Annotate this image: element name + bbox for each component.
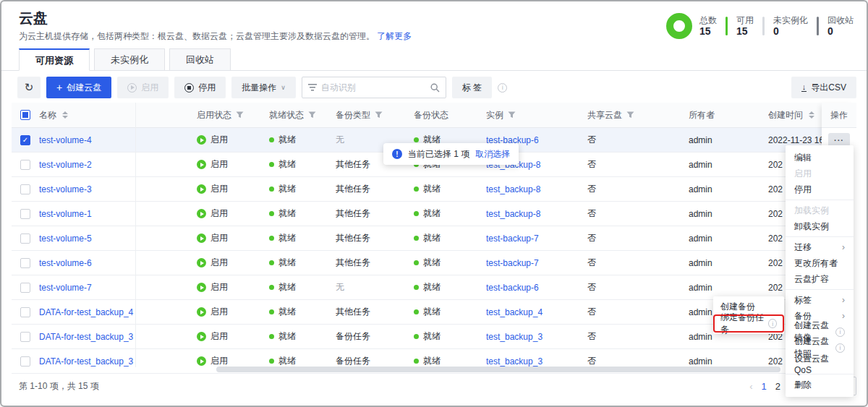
row-checkbox[interactable]	[20, 209, 30, 219]
horizontal-scrollbar[interactable]	[216, 367, 780, 372]
search-icon[interactable]	[430, 83, 440, 93]
page-2-button[interactable]: 2	[775, 381, 780, 392]
create-disk-button[interactable]: + 创建云盘	[46, 77, 111, 98]
info-icon: i	[768, 319, 777, 328]
instance-link[interactable]: test-backup-7	[486, 258, 539, 268]
instance-link[interactable]: test_backup_3	[486, 356, 542, 367]
disable-button[interactable]: 停用	[174, 77, 226, 98]
enable-status-text: 启用	[210, 257, 228, 269]
menu-item-delete[interactable]: 删除	[786, 377, 854, 393]
stat-uninstantiated: 未实例化 0	[773, 15, 808, 37]
stat-recycle-value: 0	[827, 26, 854, 37]
col-header-name[interactable]: 名称	[39, 109, 197, 121]
stat-divider-available	[726, 17, 728, 35]
batch-actions-button[interactable]: 批量操作 ∨	[231, 77, 296, 98]
menu-item-resize-disk[interactable]: 云盘扩容	[786, 271, 854, 287]
disk-name-link[interactable]: DATA-for-test_backup_3	[39, 332, 133, 342]
enable-status-text: 启用	[210, 281, 228, 294]
refresh-button[interactable]: ↻	[17, 77, 41, 98]
menu-item-tag[interactable]: 标签›	[786, 292, 854, 308]
menu-item-detach-instance[interactable]: 卸载实例	[786, 218, 854, 234]
instance-link[interactable]: test_backup-8	[486, 184, 540, 194]
shared-disk-text: 否	[587, 232, 596, 244]
disk-name-link[interactable]: test-volume-4	[39, 135, 92, 145]
col-header-ready-status[interactable]: 就绪状态	[269, 109, 336, 121]
instance-link[interactable]: test-backup-6	[486, 283, 539, 293]
learn-more-link[interactable]: 了解更多	[377, 31, 412, 41]
row-checkbox[interactable]	[20, 332, 30, 342]
filter-icon[interactable]	[508, 111, 516, 119]
instance-link[interactable]: test_backup_4	[486, 307, 542, 317]
col-header-backup-status: 备份状态	[414, 109, 486, 121]
disk-name-link[interactable]: test-volume-3	[39, 184, 92, 194]
select-all-checkbox[interactable]	[20, 110, 30, 120]
ready-status-text: 就绪	[278, 257, 296, 269]
stat-recycle: 回收站 0	[827, 15, 854, 37]
row-checkbox[interactable]	[20, 356, 30, 367]
sort-icon[interactable]	[62, 111, 68, 119]
row-checkbox[interactable]: ✓	[20, 135, 30, 145]
row-checkbox[interactable]	[20, 234, 30, 244]
cancel-selection-link[interactable]: 取消选择	[475, 148, 510, 160]
menu-item-set-disk-qos[interactable]: 设置云盘QoS	[786, 356, 854, 372]
prev-page-button[interactable]: ‹	[749, 381, 752, 392]
ready-status-text: 就绪	[278, 306, 296, 318]
page-1-button[interactable]: 1	[762, 381, 767, 392]
sort-icon[interactable]	[809, 111, 814, 119]
disk-name-link[interactable]: test-volume-6	[39, 258, 92, 268]
filter-icon[interactable]	[375, 111, 383, 119]
search-input[interactable]: 自动识别	[302, 77, 446, 98]
instance-link[interactable]: test_backup-8	[486, 209, 540, 219]
disk-name-link[interactable]: test-volume-2	[39, 160, 92, 170]
disk-name-link[interactable]: test-volume-7	[39, 283, 92, 293]
enable-button[interactable]: 启用	[117, 77, 169, 98]
col-header-backup-type[interactable]: 备份类型	[336, 109, 414, 121]
col-header-enable-status[interactable]: 启用状态	[197, 109, 269, 121]
menu-item-change-owner[interactable]: 更改所有者	[786, 255, 854, 271]
table-row: test-volume-3 启用 就绪 其他任务 就绪 test_backup-…	[12, 177, 856, 202]
instance-link[interactable]: test_backup_3	[486, 332, 542, 342]
export-csv-button[interactable]: ↓ 导出CSV	[791, 77, 856, 98]
table-row: test-volume-5 启用 就绪 其他任务 就绪 test-backup-…	[12, 226, 856, 251]
submenu-item-bind-backup-task[interactable]: 绑定备份任务 i	[713, 315, 784, 332]
filter-icon[interactable]	[626, 111, 634, 119]
created-time-text: 202	[768, 356, 783, 367]
backup-status-dot-icon	[414, 285, 419, 290]
disk-name-link[interactable]: DATA-for-test_backup_4	[39, 307, 133, 317]
tag-button[interactable]: 标 签	[452, 77, 492, 98]
disk-name-link[interactable]: DATA-for-test_backup_3	[39, 356, 133, 367]
menu-item-attach-instance[interactable]: 加载实例	[786, 202, 854, 218]
tab-recycle-bin[interactable]: 回收站	[169, 48, 231, 71]
backup-status-dot-icon	[414, 359, 419, 364]
tab-available-resources[interactable]: 可用资源	[19, 48, 90, 71]
batch-actions-label: 批量操作	[242, 82, 276, 94]
col-header-shared-disk[interactable]: 共享云盘	[587, 109, 689, 121]
ready-status-text: 就绪	[278, 330, 296, 343]
enable-status-text: 启用	[210, 158, 228, 171]
disk-name-link[interactable]: test-volume-1	[39, 209, 92, 219]
selection-toast: ! 当前已选择 1 项 取消选择	[383, 143, 519, 165]
enabled-status-icon	[197, 184, 206, 194]
disk-name-link[interactable]: test-volume-5	[39, 234, 92, 244]
menu-divider	[786, 289, 854, 290]
row-checkbox[interactable]	[20, 258, 30, 268]
backup-status-dot-icon	[414, 334, 419, 339]
cloud-disk-page: 云盘 为云主机提供存储，包括两种类型：根云盘、数据云盘；云盘管理主要涉及数据云盘…	[0, 0, 868, 407]
shared-disk-text: 否	[587, 281, 596, 294]
row-checkbox[interactable]	[20, 283, 30, 293]
filter-icon[interactable]	[236, 111, 244, 119]
row-checkbox[interactable]	[20, 160, 30, 170]
owner-text: admin	[689, 184, 712, 194]
menu-item-migrate[interactable]: 迁移›	[786, 239, 854, 255]
instance-link[interactable]: test-backup-7	[486, 234, 539, 244]
backup-type-text: 其他任务	[336, 158, 370, 171]
filter-icon[interactable]	[308, 111, 316, 119]
row-checkbox[interactable]	[20, 307, 30, 317]
menu-item-disable[interactable]: 停用	[786, 181, 854, 197]
menu-item-edit[interactable]: 编辑	[786, 150, 854, 166]
backup-type-text: 无	[336, 281, 344, 294]
row-checkbox[interactable]	[20, 184, 30, 194]
menu-item-enable[interactable]: 启用	[786, 166, 854, 181]
tab-uninstantiated[interactable]: 未实例化	[94, 48, 165, 71]
col-header-instance[interactable]: 实例	[486, 109, 587, 121]
